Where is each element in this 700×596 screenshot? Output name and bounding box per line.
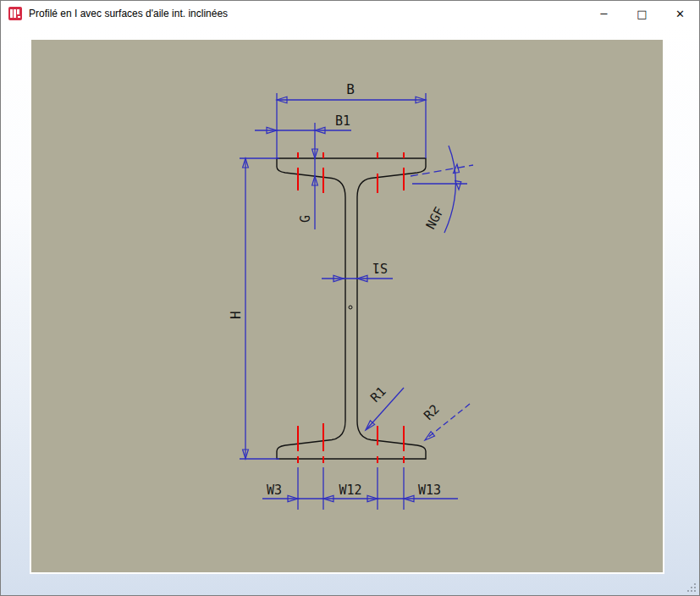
dim-label-W12: W12 [339,483,361,498]
gauge-lines-bottom [298,423,404,463]
ibeam-profile-app-icon [8,7,22,20]
maximize-button[interactable]: □ [623,1,661,26]
dim-label-B1: B1 [335,113,350,129]
dimension-B1: B1 [255,113,351,229]
close-button[interactable]: ✕ [661,1,699,26]
dim-label-S1: S1 [372,260,388,275]
dimension-R1: R1 [366,384,404,430]
dim-label-W13: W13 [418,483,441,498]
minimize-button[interactable]: ─ [585,1,623,26]
dimension-H: H [228,158,279,459]
dim-label-R2: R2 [421,401,443,423]
close-icon: ✕ [675,8,685,20]
dimension-B: B [277,81,426,158]
maximize-icon: □ [637,8,647,20]
dimension-R2: R2 [421,401,470,440]
title-bar[interactable]: Profilé en I avec surfaces d'aile int. i… [1,1,699,26]
resize-grip[interactable] [686,582,697,593]
center-mark [349,306,352,309]
dim-label-R1: R1 [367,384,389,406]
profile-preview-canvas: B B1 G [30,38,664,574]
dim-label-H: H [228,311,244,319]
window-title: Profilé en I avec surfaces d'aile int. i… [29,8,228,19]
minimize-icon: ─ [601,8,608,20]
dim-label-W3: W3 [267,483,282,498]
dim-label-G: G [298,215,313,223]
dialog-window: Profilé en I avec surfaces d'aile int. i… [0,0,700,596]
dimension-W: W3 W12 W13 [262,467,458,510]
dialog-content: B B1 G [1,26,699,595]
dim-label-B: B [346,81,355,97]
window-controls: ─ □ ✕ [585,1,699,26]
dim-label-NGF: NGF [423,205,448,232]
